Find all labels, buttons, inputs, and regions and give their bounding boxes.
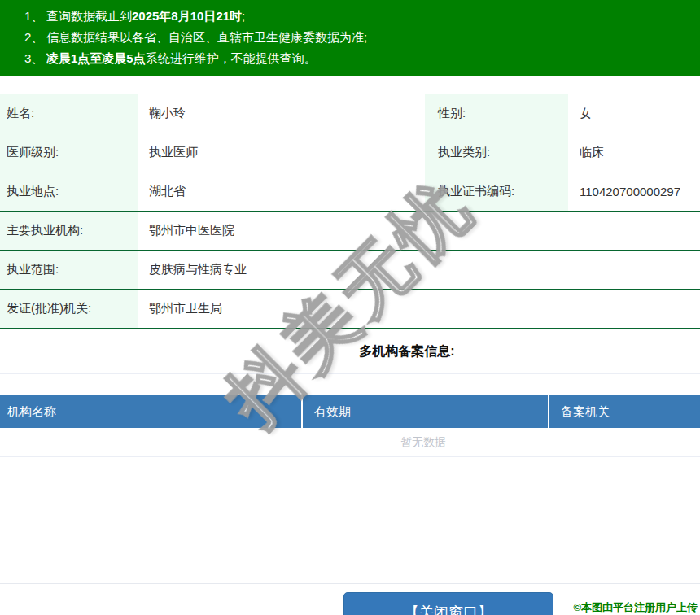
main-institution-label: 主要执业机构: xyxy=(0,212,138,250)
column-header-institution: 机构名称 xyxy=(0,395,301,428)
notice-line-2: 2、信息数据结果以各省、自治区、直辖市卫生健康委数据为准; xyxy=(24,27,692,48)
table-row: 执业地点: 湖北省 执业证书编码: 110420700000297 xyxy=(0,172,700,212)
empty-data-row: 暂无数据 xyxy=(0,428,700,457)
table-row: 医师级别: 执业医师 执业类别: 临床 xyxy=(0,133,700,172)
gender-value: 女 xyxy=(568,94,700,133)
issuing-authority-label: 发证(批准)机关: xyxy=(0,290,138,328)
practice-location-value: 湖北省 xyxy=(138,172,425,211)
column-header-authority: 备案机关 xyxy=(548,395,700,428)
close-window-button[interactable]: 【关闭窗口】 xyxy=(343,592,553,615)
doctor-level-label: 医师级别: xyxy=(0,133,138,172)
notice-2-text: 信息数据结果以各省、自治区、直辖市卫生健康委数据为准; xyxy=(46,30,367,44)
multi-org-table-header: 机构名称 有效期 备案机关 xyxy=(0,395,700,428)
table-row: 发证(批准)机关: 鄂州市卫生局 xyxy=(0,290,700,329)
name-label: 姓名: xyxy=(0,94,138,133)
practice-location-label: 执业地点: xyxy=(0,172,138,211)
practice-category-value: 临床 xyxy=(568,133,700,172)
table-row: 主要执业机构: 鄂州市中医医院 xyxy=(0,212,700,251)
practice-scope-label: 执业范围: xyxy=(0,251,138,289)
practice-category-label: 执业类别: xyxy=(425,133,568,172)
multi-org-section-title: 多机构备案信息: xyxy=(57,342,700,360)
main-institution-value: 鄂州市中医医院 xyxy=(138,212,700,250)
certificate-number-value: 110420700000297 xyxy=(568,172,700,211)
notice-3-suffix: 系统进行维护，不能提供查询。 xyxy=(146,51,317,65)
practitioner-info-table: 姓名: 鞠小玲 性别: 女 医师级别: 执业医师 执业类别: 临床 执业地点: … xyxy=(0,94,700,329)
multi-org-table: 机构名称 有效期 备案机关 暂无数据 xyxy=(0,395,700,457)
notice-3-maintenance-window: 凌晨1点至凌晨5点 xyxy=(46,51,146,65)
section-divider xyxy=(0,373,700,374)
doctor-level-value: 执业医师 xyxy=(138,133,425,172)
notice-1-suffix: ; xyxy=(242,9,245,23)
footer-divider xyxy=(0,583,700,584)
empty-data-text: 暂无数据 xyxy=(400,435,446,450)
notice-line-1: 1、查询数据截止到2025年8月10日21时; xyxy=(24,6,692,27)
notice-2-number: 2、 xyxy=(24,27,46,48)
upload-credit-text: ©本图由平台注册用户上传 xyxy=(573,600,698,615)
table-row: 执业范围: 皮肤病与性病专业 xyxy=(0,251,700,290)
notice-1-number: 1、 xyxy=(24,6,46,27)
issuing-authority-value: 鄂州市卫生局 xyxy=(138,290,700,328)
certificate-number-label: 执业证书编码: xyxy=(425,172,568,211)
table-row: 姓名: 鞠小玲 性别: 女 xyxy=(0,94,700,133)
notice-1-text: 查询数据截止到 xyxy=(46,9,132,23)
column-header-validity: 有效期 xyxy=(301,395,548,428)
name-value: 鞠小玲 xyxy=(138,94,425,133)
gender-label: 性别: xyxy=(425,94,568,133)
notice-3-number: 3、 xyxy=(24,48,46,69)
notice-header: 1、查询数据截止到2025年8月10日21时; 2、信息数据结果以各省、自治区、… xyxy=(0,0,700,76)
notice-1-deadline: 2025年8月10日21时 xyxy=(132,9,242,23)
notice-line-3: 3、凌晨1点至凌晨5点系统进行维护，不能提供查询。 xyxy=(24,48,692,69)
practice-scope-value: 皮肤病与性病专业 xyxy=(138,251,700,289)
